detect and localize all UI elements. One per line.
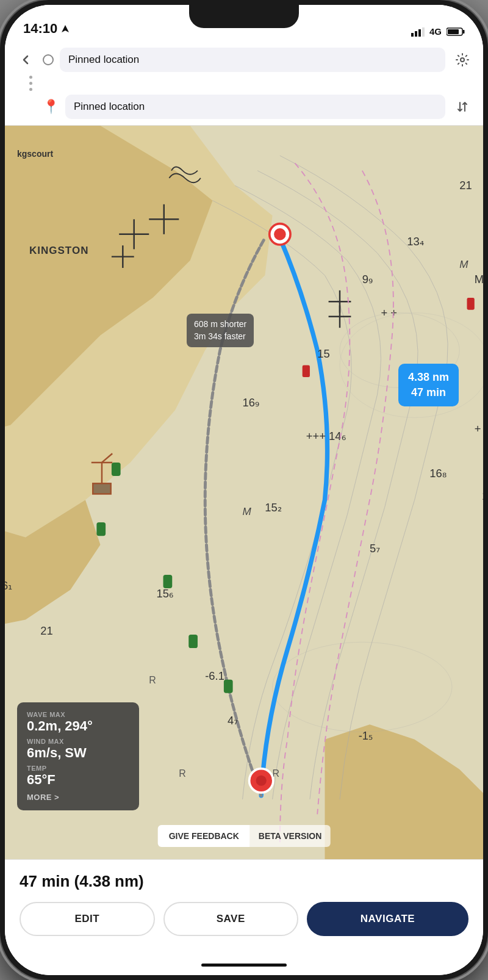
wind-label: WIND MAX [27,738,129,745]
map-area[interactable]: 21 17₂ M 13₄ 9₉ + + 15 16₉ + + 16₃ 16₈ +… [5,126,483,859]
origin-input[interactable] [60,48,445,72]
home-bar [201,964,287,967]
svg-text:21: 21 [40,624,52,637]
svg-rect-68 [93,483,110,494]
feedback-button[interactable]: GIVE FEEDBACK [158,825,250,847]
edit-button[interactable]: EDIT [20,902,155,936]
route-summary: 47 min (4.38 nm) [20,872,468,891]
svg-text:M: M [475,273,483,286]
settings-button[interactable] [451,49,473,71]
weather-panel: WAVE MAX 0.2m, 294° WIND MAX 6m/s, SW TE… [17,702,139,810]
phone-frame: 14:10 4G [0,0,488,980]
svg-text:-6.1: -6.1 [205,669,224,682]
screen: 14:10 4G [5,5,483,975]
separator-row [15,76,473,91]
destination-row: 📍 [15,95,473,119]
svg-rect-23 [303,365,310,377]
svg-text:15₂: 15₂ [265,501,281,514]
alt-route-shorter: 608 m shorter [194,319,246,331]
svg-rect-20 [96,522,106,536]
svg-text:M: M [459,258,468,270]
svg-text:13₄: 13₄ [407,235,423,248]
action-buttons: EDIT SAVE NAVIGATE [20,902,468,936]
svg-rect-1 [411,33,414,37]
route-distance: 4.38 nm [408,370,449,385]
network-type: 4G [429,26,442,37]
nav-header: 📍 [5,41,483,126]
destination-pin-icon: 📍 [43,99,59,115]
status-bar: 14:10 4G [5,5,483,41]
status-icons: 4G [411,26,465,37]
svg-rect-21 [112,463,121,476]
svg-rect-2 [415,31,417,37]
svg-rect-7 [448,29,459,34]
more-button[interactable]: MORE > [27,793,129,802]
alt-route-bubble: 608 m shorter 3m 34s faster [187,314,254,347]
status-time: 14:10 [23,21,70,37]
route-time: 47 min [408,385,449,400]
svg-rect-24 [467,298,475,310]
svg-text:+ +: + + [475,422,483,435]
svg-point-64 [256,776,267,786]
kgscourt-label: kgscourt [17,149,53,159]
back-button[interactable] [15,49,37,71]
swap-icon [456,100,469,113]
svg-text:R: R [149,675,156,685]
svg-point-8 [461,58,464,62]
svg-rect-3 [418,29,421,37]
home-indicator [5,954,483,975]
svg-text:4₇: 4₇ [228,714,238,727]
svg-rect-19 [163,575,173,588]
svg-text:M: M [243,505,252,517]
svg-text:16₃: 16₃ [482,489,483,502]
svg-rect-17 [224,680,233,693]
kingston-label: KINGSTON [29,245,88,257]
dot-1 [29,76,32,79]
wave-value: 0.2m, 294° [27,718,129,734]
dots-column [15,76,37,91]
origin-circle-icon [43,54,54,65]
save-button[interactable]: SAVE [163,902,299,936]
svg-text:5₇: 5₇ [370,542,380,555]
gear-icon [455,52,470,67]
svg-marker-0 [62,25,69,32]
svg-text:16₉: 16₉ [243,396,259,409]
location-arrow-icon [61,24,70,33]
wind-value: 6m/s, SW [27,745,129,761]
svg-text:-1₅: -1₅ [359,729,373,742]
svg-text:R: R [179,768,186,779]
svg-rect-6 [463,30,465,34]
temp-label: TEMP [27,765,129,772]
route-distance-bubble: 4.38 nm 47 min [398,364,459,406]
svg-point-62 [274,228,286,240]
swap-button[interactable] [451,96,473,118]
svg-text:21: 21 [459,179,472,192]
destination-input[interactable] [65,95,445,119]
svg-text:+++ 14₆: +++ 14₆ [306,430,346,442]
origin-row [15,48,473,72]
phone-inner: 14:10 4G [5,5,483,975]
temp-value: 65°F [27,772,129,788]
svg-rect-4 [422,27,425,37]
svg-text:+ +: + + [381,306,397,319]
navigate-button[interactable]: NAVIGATE [307,902,468,936]
dot-2 [29,82,32,85]
bottom-panel: 47 min (4.38 nm) EDIT SAVE NAVIGATE [5,859,483,954]
svg-text:16₁: 16₁ [5,579,12,592]
svg-text:16₈: 16₈ [429,467,446,480]
svg-text:9₉: 9₉ [362,273,373,286]
battery-icon [447,27,465,37]
notch [189,5,299,28]
svg-rect-18 [188,635,198,648]
wave-label: WAVE MAX [27,711,129,718]
alt-route-faster: 3m 34s faster [194,331,246,343]
signal-icon [411,27,425,37]
svg-text:15₆: 15₆ [156,587,173,600]
dot-3 [29,88,32,91]
map-bottom-buttons: GIVE FEEDBACK BETA VERSION [158,825,331,847]
beta-button[interactable]: BETA VERSION [250,825,330,847]
svg-text:15: 15 [317,347,329,360]
